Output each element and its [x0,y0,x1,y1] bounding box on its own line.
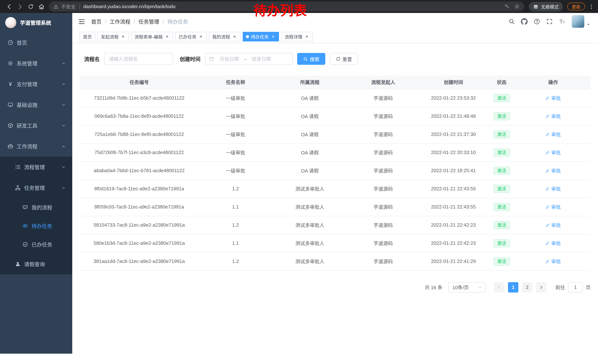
status-badge: 激活 [493,239,510,247]
tab-todo-tasks[interactable]: 待办任务× [243,32,279,41]
tab-close-icon[interactable]: × [198,34,203,39]
breadcrumb-home[interactable]: 首页 [91,18,101,25]
table-header: 任务编号 任务名称 所属流程 流程发起人 创建时间 状态 操作 [80,75,590,89]
approve-link[interactable]: 审批 [545,113,561,120]
breadcrumb-workflow[interactable]: 工作流程 [110,18,130,25]
goto-page-input[interactable] [568,282,583,292]
chat-icon [22,204,28,210]
status-badge: 激活 [493,257,510,265]
table-body: 73211d9d-7b9b-11ec-b5b7-acde48001122 一级审… [80,89,590,270]
approve-link[interactable]: 审批 [545,167,561,174]
tabs-bar: 首页 发起流程× 流程表单-编辑× 已办任务× 我的流程× 待办任务× 流程详情… [72,30,598,43]
browser-refresh-button[interactable] [25,1,36,12]
process-name-label: 流程名 [84,55,100,63]
next-page-button[interactable] [536,282,547,292]
approve-link[interactable]: 审批 [545,203,561,210]
cell-status: 激活 [488,107,515,125]
pagination: 共 16 条 10条/页 1 2 前往 页 [80,282,590,292]
search-button[interactable]: 搜索 [297,53,325,65]
date-range-picker[interactable]: - [205,53,293,65]
fullscreen-button[interactable] [546,18,553,25]
sidebar-item-home[interactable]: 首页 [0,32,72,53]
cell-created: 2022-01-22 18:25:41 [419,162,488,180]
sidebar-item-devtools[interactable]: 研发工具 [0,115,72,136]
browser-home-button[interactable] [36,1,47,12]
start-date-input[interactable] [216,56,243,62]
approve-link[interactable]: 审批 [545,240,561,247]
edit-icon [545,96,550,100]
tab-form-edit[interactable]: 流程表单-编辑× [131,32,173,41]
breadcrumb-separator: / [134,18,135,24]
tab-close-icon[interactable]: × [270,34,276,39]
key-icon[interactable] [504,4,510,9]
browser-forward-button[interactable] [15,1,25,12]
col-action: 操作 [515,75,590,89]
update-button[interactable]: 更新 [567,3,585,10]
chevron-right-icon [539,285,544,289]
sidebar-fold-icon[interactable] [78,18,85,25]
app-logo [5,17,16,28]
cell-task-name: 1.2 [199,216,272,234]
tab-start-process[interactable]: 发起流程× [98,32,129,41]
tab-done-tasks[interactable]: 已办任务× [175,32,207,41]
status-badge: 激活 [493,185,510,193]
sidebar-item-payment[interactable]: 支付管理 [0,74,72,94]
goto-label: 前往 [555,284,565,291]
process-name-input[interactable] [104,53,173,65]
tab-close-icon[interactable]: × [120,34,126,39]
cell-status: 激活 [488,125,515,143]
edit-icon [545,205,550,209]
cell-status: 激活 [488,143,515,162]
approve-link[interactable]: 审批 [545,131,561,138]
cell-action: 审批 [515,107,590,125]
header-search-button[interactable] [508,18,515,25]
cell-initiator: 芋道源码 [347,143,419,162]
tab-my-process[interactable]: 我的流程× [209,32,241,41]
sidebar-item-leave-query[interactable]: 请假查询 [0,254,72,274]
sidebar-item-process-mgmt[interactable]: 流程管理 [0,157,72,177]
tab-home[interactable]: 首页 [80,32,95,41]
cell-created: 2022-01-21 22:42:23 [419,234,488,252]
sidebar-item-my-process[interactable]: 我的流程 [0,198,72,217]
table-row: 580e1b3d-7ac8-11ec-a9e2-a2380e71991a 1.1… [80,234,590,252]
page-button-2[interactable]: 2 [522,282,532,292]
sidebar-item-system[interactable]: 系统管理 [0,53,72,74]
cell-initiator: 芋道源码 [347,162,419,180]
end-date-input[interactable] [248,56,275,62]
approve-link[interactable]: 审批 [545,221,561,228]
col-task-name: 任务名称 [199,75,272,89]
prev-page-button[interactable] [494,282,504,292]
sidebar-item-task-mgmt[interactable]: 任务管理 [0,177,72,198]
browser-back-button[interactable] [4,1,15,12]
sidebar-item-done-tasks[interactable]: 已办任务 [0,235,72,254]
tab-process-detail[interactable]: 流程详情× [281,32,313,41]
table-row: 58154733-7ac8-11ec-a9e2-a2380e71991a 1.2… [80,216,590,234]
security-label: 不安全 [61,3,75,10]
reset-button[interactable]: 重置 [330,53,358,65]
page-size-select[interactable]: 10条/页 [448,282,485,292]
user-menu[interactable] [572,15,590,28]
browser-menu-icon[interactable] [588,4,594,9]
github-button[interactable] [521,18,528,25]
question-icon [533,18,540,25]
approve-link[interactable]: 审批 [545,94,561,101]
approve-link[interactable]: 审批 [545,149,561,156]
help-button[interactable] [533,18,540,25]
sidebar-item-todo-tasks[interactable]: 待办任务 [0,217,72,235]
check-circle-icon [22,242,28,247]
tab-close-icon[interactable]: × [232,34,237,39]
sidebar: 芋道管理系统 首页 系统管理 支付管理 [0,13,72,354]
breadcrumb-task-mgmt[interactable]: 任务管理 [139,18,159,25]
font-size-button[interactable] [559,18,566,25]
page-button-1[interactable]: 1 [508,282,518,292]
font-size-icon [559,18,566,25]
approve-link[interactable]: 审批 [545,185,561,192]
tab-close-icon[interactable]: × [304,34,309,39]
sidebar-item-infra[interactable]: 基础设施 [0,94,72,115]
cell-created: 2022-01-21 22:42:23 [419,216,488,234]
bookmark-star-icon[interactable] [514,4,520,9]
col-initiator: 流程发起人 [347,75,419,89]
approve-link[interactable]: 审批 [545,258,561,265]
sidebar-item-workflow[interactable]: 工作流程 [0,136,72,157]
tab-close-icon[interactable]: × [165,34,170,39]
